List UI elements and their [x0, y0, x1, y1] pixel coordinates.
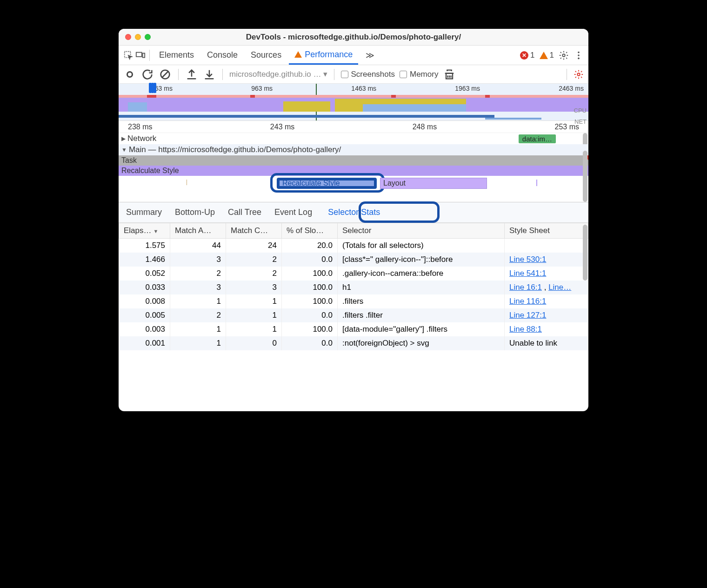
net-strip [119, 115, 494, 118]
table-cell: [data-module="gallery"] .filters [338, 322, 505, 336]
table-row[interactable]: 1.466320.0[class*=" gallery-icon--"]::be… [119, 253, 588, 267]
table-cell: .filters [338, 294, 505, 308]
col-selector[interactable]: Selector [338, 223, 505, 239]
performance-toolbar: microsoftedge.github.io … ▾ Screenshots … [119, 65, 588, 84]
inspect-icon[interactable] [123, 50, 133, 60]
table-row[interactable]: 0.00811100.0.filtersLine 116:1 [119, 294, 588, 308]
stylesheet-cell: Line 541:1 [505, 267, 588, 281]
flame-recalculate-style[interactable]: Recalculate Style [119, 166, 588, 176]
scrollbar-thumb[interactable] [583, 151, 587, 202]
table-cell: 0.052 [119, 267, 170, 281]
more-menu-icon[interactable] [574, 50, 584, 60]
network-entry[interactable]: data:im… [519, 134, 556, 143]
main-track-header[interactable]: Main — https://microsoftedge.github.io/D… [119, 144, 588, 155]
tab-event-log[interactable]: Event Log [273, 206, 313, 219]
table-cell: 2 [226, 253, 282, 267]
selection-handle[interactable] [149, 83, 156, 93]
capture-settings-icon[interactable] [574, 69, 584, 80]
garbage-collect-button[interactable] [443, 68, 456, 81]
clear-button[interactable] [159, 68, 172, 81]
svg-rect-2 [143, 53, 145, 57]
flame-sliver[interactable] [536, 180, 537, 186]
table-cell: 1 [170, 294, 226, 308]
download-button[interactable] [203, 68, 216, 81]
device-icon[interactable] [135, 50, 146, 60]
net-strip [485, 118, 541, 120]
flame-label: Recalculate Style [282, 179, 340, 187]
stylesheet-link[interactable]: Line 88:1 [509, 325, 542, 334]
table-cell: 1 [226, 322, 282, 336]
tab-sources[interactable]: Sources [245, 46, 287, 65]
svg-point-5 [578, 54, 580, 56]
col-stylesheet[interactable]: Style Sheet [505, 223, 588, 239]
tab-elements[interactable]: Elements [153, 46, 200, 65]
table-cell: h1 [338, 281, 505, 294]
record-button[interactable] [123, 68, 136, 81]
tick-label: 1963 ms [455, 85, 480, 92]
overview-ticks: 463 ms 963 ms 1463 ms 1963 ms 2463 ms [119, 85, 588, 92]
error-count[interactable]: ✕1 [520, 51, 534, 60]
table-cell: 0.003 [119, 322, 170, 336]
warning-count[interactable]: 1 [540, 51, 554, 60]
network-track-header[interactable]: Network data:im… [119, 133, 588, 144]
reload-record-button[interactable] [141, 68, 154, 81]
svg-rect-1 [136, 52, 142, 56]
flame-sliver[interactable] [187, 180, 187, 185]
stylesheet-link[interactable]: Line 541:1 [509, 269, 546, 278]
table-row[interactable]: 0.001100.0:not(foreignObject) > svgUnabl… [119, 336, 588, 350]
col-match-attempts[interactable]: Match A… [170, 223, 226, 239]
tab-selector-stats[interactable]: Selector Stats [324, 206, 384, 219]
table-row[interactable]: 0.03333100.0h1Line 16:1 , Line… [119, 281, 588, 294]
table-cell: 0.001 [119, 336, 170, 350]
table-cell: 100.0 [282, 281, 338, 294]
screenshots-toggle[interactable]: Screenshots [341, 70, 395, 79]
table-cell: 1 [226, 308, 282, 322]
table-cell: 2 [170, 308, 226, 322]
stylesheet-cell: Line 127:1 [505, 308, 588, 322]
table-row[interactable]: 0.00311100.0[data-module="gallery"] .fil… [119, 322, 588, 336]
svg-point-4 [578, 51, 580, 53]
table-cell: 0.0 [282, 308, 338, 322]
settings-icon[interactable] [559, 50, 569, 60]
table-cell: (Totals for all selectors) [338, 239, 505, 253]
stylesheet-link[interactable]: Line 16:1 [509, 283, 542, 292]
table-cell: :not(foreignObject) > svg [338, 336, 505, 350]
memory-toggle[interactable]: Memory [400, 70, 438, 79]
stylesheet-link[interactable]: Line 127:1 [509, 311, 546, 320]
tab-performance[interactable]: Performance [289, 46, 358, 65]
col-slow[interactable]: % of Slo… [282, 223, 338, 239]
stylesheet-cell: Line 88:1 [505, 322, 588, 336]
tab-more[interactable]: ≫ [360, 46, 380, 65]
table-row[interactable]: 0.05222100.0.gallery-icon--camera::befor… [119, 267, 588, 281]
scrollbar-thumb[interactable] [583, 225, 587, 281]
tab-bottom-up[interactable]: Bottom-Up [174, 206, 216, 219]
table-row[interactable]: 0.005210.0.filters .filterLine 127:1 [119, 308, 588, 322]
track-label: Main — https://microsoftedge.github.io/D… [129, 145, 341, 154]
error-icon: ✕ [520, 51, 528, 60]
flame-layout[interactable]: Layout [380, 178, 487, 189]
table-cell: 0.033 [119, 281, 170, 294]
overview-timeline[interactable]: 463 ms 963 ms 1463 ms 1963 ms 2463 ms CP… [119, 84, 588, 121]
table-cell: 0.005 [119, 308, 170, 322]
tab-summary[interactable]: Summary [125, 206, 163, 219]
tick-label: 963 ms [251, 85, 273, 92]
tick-label: 1463 ms [351, 85, 376, 92]
flame-recalculate-style-selected[interactable]: Recalculate Style [277, 178, 377, 189]
target-dropdown[interactable]: microsoftedge.github.io … ▾ [229, 69, 327, 79]
col-elapsed[interactable]: Elaps…▼ [119, 223, 170, 239]
stylesheet-link[interactable]: Line 116:1 [509, 297, 546, 306]
table-cell: 0.0 [282, 336, 338, 350]
table-header-row: Elaps…▼ Match A… Match C… % of Slo… Sele… [119, 223, 588, 239]
stylesheet-link[interactable]: Line 530:1 [509, 255, 546, 264]
tab-call-tree[interactable]: Call Tree [227, 206, 262, 219]
table-row[interactable]: 1.575442420.0(Totals for all selectors) [119, 239, 588, 253]
table-cell: .filters .filter [338, 308, 505, 322]
divider [222, 69, 223, 80]
flamechart: 238 ms 243 ms 248 ms 253 ms Network data… [119, 121, 588, 202]
flame-label: Layout [383, 179, 406, 187]
upload-button[interactable] [185, 68, 198, 81]
stylesheet-link[interactable]: Line… [548, 283, 571, 292]
flame-task[interactable]: Task [119, 155, 588, 166]
col-match-count[interactable]: Match C… [226, 223, 282, 239]
tab-console[interactable]: Console [201, 46, 243, 65]
